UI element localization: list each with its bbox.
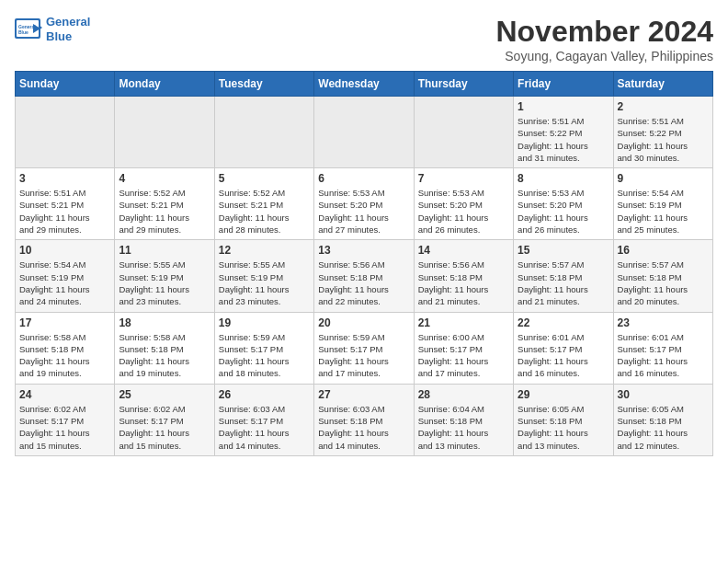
day-info: Sunrise: 5:59 AMSunset: 5:17 PMDaylight:… [318, 331, 409, 380]
day-info: Sunrise: 6:03 AMSunset: 5:18 PMDaylight:… [318, 403, 409, 452]
day-number: 26 [219, 388, 310, 401]
calendar-cell: 6Sunrise: 5:53 AMSunset: 5:20 PMDaylight… [314, 168, 414, 240]
weekday-header-row: SundayMondayTuesdayWednesdayThursdayFrid… [16, 72, 713, 97]
day-number: 23 [618, 316, 709, 329]
day-info: Sunrise: 5:54 AMSunset: 5:19 PMDaylight:… [618, 187, 709, 236]
calendar-cell: 5Sunrise: 5:52 AMSunset: 5:21 PMDaylight… [214, 168, 313, 240]
day-number: 9 [618, 172, 709, 185]
day-info: Sunrise: 5:52 AMSunset: 5:21 PMDaylight:… [119, 187, 210, 236]
day-info: Sunrise: 5:53 AMSunset: 5:20 PMDaylight:… [518, 187, 609, 236]
day-info: Sunrise: 5:56 AMSunset: 5:18 PMDaylight:… [318, 259, 409, 307]
weekday-header-sunday: Sunday [16, 72, 115, 97]
day-info: Sunrise: 5:51 AMSunset: 5:22 PMDaylight:… [618, 115, 709, 164]
day-info: Sunrise: 5:53 AMSunset: 5:20 PMDaylight:… [418, 187, 509, 236]
day-number: 22 [518, 316, 609, 329]
calendar-header: SundayMondayTuesdayWednesdayThursdayFrid… [16, 72, 713, 97]
calendar-cell: 18Sunrise: 5:58 AMSunset: 5:18 PMDayligh… [115, 312, 214, 384]
calendar-week-row: 24Sunrise: 6:02 AMSunset: 5:17 PMDayligh… [16, 384, 713, 455]
day-number: 15 [518, 244, 609, 257]
calendar-week-row: 1Sunrise: 5:51 AMSunset: 5:22 PMDaylight… [16, 97, 713, 168]
day-number: 8 [518, 172, 609, 185]
day-number: 17 [19, 316, 110, 329]
day-number: 24 [19, 388, 110, 401]
calendar-week-row: 17Sunrise: 5:58 AMSunset: 5:18 PMDayligh… [16, 312, 713, 384]
day-info: Sunrise: 5:52 AMSunset: 5:21 PMDaylight:… [219, 187, 310, 236]
day-info: Sunrise: 5:57 AMSunset: 5:18 PMDaylight:… [618, 259, 709, 307]
calendar-cell: 7Sunrise: 5:53 AMSunset: 5:20 PMDaylight… [414, 168, 513, 240]
day-info: Sunrise: 5:58 AMSunset: 5:18 PMDaylight:… [19, 331, 110, 380]
calendar-cell: 17Sunrise: 5:58 AMSunset: 5:18 PMDayligh… [16, 312, 115, 384]
calendar-week-row: 3Sunrise: 5:51 AMSunset: 5:21 PMDaylight… [16, 168, 713, 240]
weekday-header-thursday: Thursday [414, 72, 513, 97]
location-subtitle: Soyung, Cagayan Valley, Philippines [495, 49, 713, 63]
calendar-cell: 20Sunrise: 5:59 AMSunset: 5:17 PMDayligh… [314, 312, 414, 384]
calendar-cell: 26Sunrise: 6:03 AMSunset: 5:17 PMDayligh… [214, 384, 313, 455]
calendar-cell: 13Sunrise: 5:56 AMSunset: 5:18 PMDayligh… [314, 240, 414, 312]
logo: General Blue General Blue [15, 15, 90, 43]
calendar-cell: 2Sunrise: 5:51 AMSunset: 5:22 PMDaylight… [613, 97, 712, 168]
logo-icon: General Blue [15, 18, 42, 40]
calendar-cell [314, 97, 414, 168]
calendar-cell [16, 97, 115, 168]
calendar-cell: 3Sunrise: 5:51 AMSunset: 5:21 PMDaylight… [16, 168, 115, 240]
day-number: 14 [418, 244, 509, 257]
title-block: November 2024 Soyung, Cagayan Valley, Ph… [495, 15, 713, 63]
day-number: 11 [119, 244, 210, 257]
weekday-header-monday: Monday [115, 72, 214, 97]
weekday-header-tuesday: Tuesday [214, 72, 313, 97]
day-number: 30 [618, 388, 709, 401]
day-info: Sunrise: 5:55 AMSunset: 5:19 PMDaylight:… [119, 259, 210, 307]
day-info: Sunrise: 6:05 AMSunset: 5:18 PMDaylight:… [518, 403, 609, 452]
day-number: 27 [318, 388, 409, 401]
calendar-cell: 11Sunrise: 5:55 AMSunset: 5:19 PMDayligh… [115, 240, 214, 312]
day-info: Sunrise: 5:59 AMSunset: 5:17 PMDaylight:… [219, 331, 310, 380]
day-number: 10 [19, 244, 110, 257]
month-title: November 2024 [495, 15, 713, 49]
calendar-cell [214, 97, 313, 168]
calendar-cell [414, 97, 513, 168]
day-number: 6 [318, 172, 409, 185]
day-info: Sunrise: 6:03 AMSunset: 5:17 PMDaylight:… [219, 403, 310, 452]
day-info: Sunrise: 5:58 AMSunset: 5:18 PMDaylight:… [119, 331, 210, 380]
day-info: Sunrise: 6:00 AMSunset: 5:17 PMDaylight:… [418, 331, 509, 380]
day-info: Sunrise: 5:54 AMSunset: 5:19 PMDaylight:… [19, 259, 110, 307]
day-number: 16 [618, 244, 709, 257]
calendar-body: 1Sunrise: 5:51 AMSunset: 5:22 PMDaylight… [16, 97, 713, 456]
weekday-header-saturday: Saturday [613, 72, 712, 97]
calendar-cell: 24Sunrise: 6:02 AMSunset: 5:17 PMDayligh… [16, 384, 115, 455]
calendar-cell: 16Sunrise: 5:57 AMSunset: 5:18 PMDayligh… [613, 240, 712, 312]
calendar-cell: 25Sunrise: 6:02 AMSunset: 5:17 PMDayligh… [115, 384, 214, 455]
day-number: 3 [19, 172, 110, 185]
day-info: Sunrise: 6:01 AMSunset: 5:17 PMDaylight:… [518, 331, 609, 380]
day-info: Sunrise: 6:02 AMSunset: 5:17 PMDaylight:… [19, 403, 110, 452]
day-info: Sunrise: 6:05 AMSunset: 5:18 PMDaylight:… [618, 403, 709, 452]
svg-text:Blue: Blue [18, 29, 28, 35]
day-number: 2 [618, 100, 709, 113]
logo-text: General Blue [46, 15, 90, 43]
calendar-cell: 22Sunrise: 6:01 AMSunset: 5:17 PMDayligh… [514, 312, 613, 384]
page-header: General Blue General Blue November 2024 … [15, 15, 713, 63]
calendar-cell: 10Sunrise: 5:54 AMSunset: 5:19 PMDayligh… [16, 240, 115, 312]
calendar-cell: 12Sunrise: 5:55 AMSunset: 5:19 PMDayligh… [214, 240, 313, 312]
day-info: Sunrise: 5:55 AMSunset: 5:19 PMDaylight:… [219, 259, 310, 307]
day-info: Sunrise: 5:56 AMSunset: 5:18 PMDaylight:… [418, 259, 509, 307]
calendar-cell: 15Sunrise: 5:57 AMSunset: 5:18 PMDayligh… [514, 240, 613, 312]
calendar-table: SundayMondayTuesdayWednesdayThursdayFrid… [15, 71, 713, 456]
calendar-cell: 19Sunrise: 5:59 AMSunset: 5:17 PMDayligh… [214, 312, 313, 384]
day-number: 4 [119, 172, 210, 185]
calendar-cell: 1Sunrise: 5:51 AMSunset: 5:22 PMDaylight… [514, 97, 613, 168]
day-number: 18 [119, 316, 210, 329]
calendar-cell: 9Sunrise: 5:54 AMSunset: 5:19 PMDaylight… [613, 168, 712, 240]
day-info: Sunrise: 6:04 AMSunset: 5:18 PMDaylight:… [418, 403, 509, 452]
day-number: 13 [318, 244, 409, 257]
calendar-cell: 28Sunrise: 6:04 AMSunset: 5:18 PMDayligh… [414, 384, 513, 455]
day-number: 1 [518, 100, 609, 113]
calendar-cell: 29Sunrise: 6:05 AMSunset: 5:18 PMDayligh… [514, 384, 613, 455]
calendar-cell: 21Sunrise: 6:00 AMSunset: 5:17 PMDayligh… [414, 312, 513, 384]
day-number: 25 [119, 388, 210, 401]
day-number: 5 [219, 172, 310, 185]
day-info: Sunrise: 5:57 AMSunset: 5:18 PMDaylight:… [518, 259, 609, 307]
calendar-cell: 4Sunrise: 5:52 AMSunset: 5:21 PMDaylight… [115, 168, 214, 240]
calendar-cell: 27Sunrise: 6:03 AMSunset: 5:18 PMDayligh… [314, 384, 414, 455]
day-info: Sunrise: 6:01 AMSunset: 5:17 PMDaylight:… [618, 331, 709, 380]
